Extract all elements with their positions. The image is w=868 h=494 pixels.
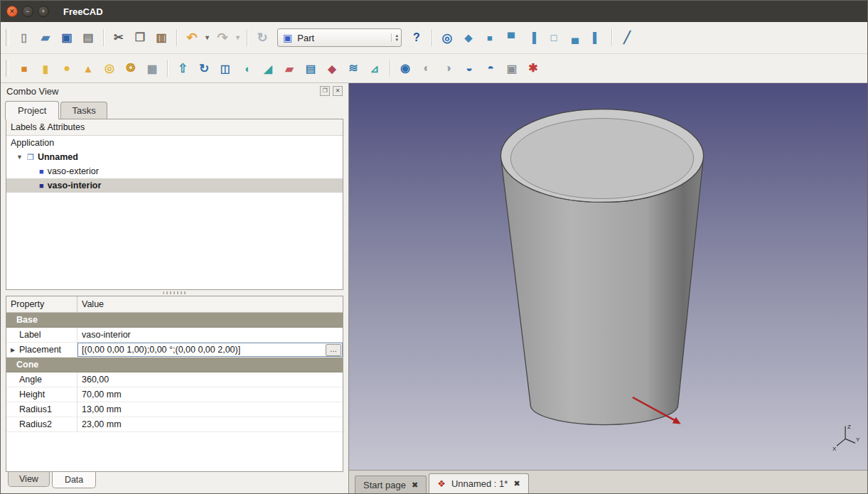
- front-view-button[interactable]: ■: [479, 27, 500, 48]
- property-row[interactable]: Radius1 13,00 mm: [6, 402, 343, 417]
- compound-button[interactable]: ▣: [501, 58, 523, 79]
- cross-sections-button[interactable]: ◓: [480, 58, 501, 79]
- top-view-icon: ▀: [508, 33, 515, 43]
- redo-icon: ↷: [217, 31, 227, 44]
- axis-x-label: X: [832, 446, 837, 452]
- tab-data[interactable]: Data: [52, 472, 96, 488]
- ruled-surface-button[interactable]: ▤: [300, 58, 321, 79]
- redo-dropdown-button[interactable]: ▾: [233, 27, 242, 48]
- measure-distance-button[interactable]: ╱: [616, 27, 638, 48]
- property-row[interactable]: Cone: [6, 358, 343, 372]
- ellipsis-button[interactable]: …: [326, 344, 341, 356]
- 3d-view-canvas[interactable]: Z Y X: [349, 83, 867, 470]
- revolve-button[interactable]: ↻: [193, 58, 215, 79]
- axonometric-view-button[interactable]: ◆: [458, 27, 479, 48]
- right-view-icon: ▐: [529, 33, 536, 43]
- boolean-union-button[interactable]: ◉: [395, 58, 416, 79]
- property-row[interactable]: Radius2 23,00 mm: [6, 417, 343, 432]
- freecad-document-icon: ❖: [437, 478, 446, 489]
- make-face-button[interactable]: ▰: [279, 58, 300, 79]
- defeaturing-button[interactable]: ✱: [523, 58, 544, 79]
- loft-button[interactable]: ◆: [321, 58, 343, 79]
- boolean-common-button[interactable]: ◐: [416, 58, 437, 79]
- workbench-spinner[interactable]: ▴ ▾: [391, 33, 398, 42]
- tab-start-page[interactable]: Start page ✖: [355, 476, 427, 493]
- tab-unnamed-document[interactable]: ❖ Unnamed : 1* ✖: [429, 473, 528, 493]
- property-row[interactable]: Angle 360,00: [6, 372, 343, 387]
- refresh-button[interactable]: ↻: [252, 27, 273, 48]
- workbench-selector[interactable]: ▣ Part ▴ ▾: [277, 28, 402, 47]
- top-view-button[interactable]: ▀: [500, 27, 522, 48]
- fillet-button[interactable]: ◖: [236, 58, 257, 79]
- toolbar-separator: [176, 29, 177, 46]
- window-minimize-button[interactable]: −: [22, 6, 33, 17]
- tree-item-vaso-interior[interactable]: ■ vaso-interior: [6, 178, 343, 193]
- whats-this-button[interactable]: ?: [406, 27, 427, 48]
- expander-icon[interactable]: ▶: [11, 347, 18, 353]
- tree-expander-icon[interactable]: ▼: [16, 154, 23, 161]
- property-row[interactable]: Label vaso-interior: [6, 328, 343, 343]
- redo-button[interactable]: ↷: [212, 27, 233, 48]
- mirror-button[interactable]: ◫: [215, 58, 236, 79]
- save-document-icon: ▣: [61, 32, 72, 43]
- refresh-icon: ↻: [257, 31, 267, 44]
- extrude-button[interactable]: ⇧: [172, 58, 193, 79]
- cylinder-icon: ▮: [43, 63, 48, 74]
- axonometric-view-icon: ◆: [465, 33, 473, 43]
- tree-item-unnamed[interactable]: ▼ ❐ Unnamed: [6, 150, 343, 164]
- toolbar-drag-handle[interactable]: [6, 29, 9, 46]
- open-document-button[interactable]: ▰: [35, 27, 56, 48]
- ruled-surface-icon: ▤: [306, 63, 316, 74]
- undo-dropdown-button[interactable]: ▾: [203, 27, 212, 48]
- combo-view-panel: Combo View ❐ ✕ Project Tasks Labels & At…: [1, 83, 349, 493]
- cone-button[interactable]: ▲: [77, 58, 99, 79]
- section-button[interactable]: ◒: [459, 58, 480, 79]
- right-view-button[interactable]: ▐: [522, 27, 543, 48]
- 3d-scene: Z Y X: [349, 83, 867, 470]
- tab-project[interactable]: Project: [5, 101, 59, 119]
- column-header-value: Value: [77, 299, 343, 309]
- create-primitives-button[interactable]: ❂: [120, 58, 141, 79]
- save-document-button[interactable]: ▣: [56, 27, 77, 48]
- boolean-cut-button[interactable]: ◑: [437, 58, 459, 79]
- tree-item-vaso-exterior[interactable]: ■ vaso-exterior: [6, 164, 343, 178]
- panel-splitter[interactable]: [1, 290, 348, 296]
- sphere-button[interactable]: ●: [56, 58, 77, 79]
- copy-button[interactable]: ❐: [129, 27, 151, 48]
- close-icon[interactable]: ✖: [513, 479, 520, 488]
- tree-root-application: Application: [6, 136, 343, 150]
- undo-button[interactable]: ↶: [181, 27, 203, 48]
- undo-dropdown-icon: ▾: [205, 34, 209, 41]
- paste-button[interactable]: ▥: [151, 27, 172, 48]
- cylinder-button[interactable]: ▮: [35, 58, 56, 79]
- rear-view-button[interactable]: □: [543, 27, 564, 48]
- new-document-button[interactable]: ▯: [14, 27, 35, 48]
- panel-close-button[interactable]: ✕: [333, 86, 343, 96]
- property-row[interactable]: Height 70,00 mm: [6, 387, 343, 402]
- box-button[interactable]: ■: [14, 58, 35, 79]
- print-button[interactable]: ▤: [77, 27, 99, 48]
- offset-button[interactable]: ⊿: [364, 58, 385, 79]
- cut-button[interactable]: ✂: [108, 27, 129, 48]
- tab-view[interactable]: View: [8, 472, 50, 487]
- window-close-button[interactable]: ✕: [6, 6, 18, 17]
- panel-float-button[interactable]: ❐: [320, 86, 330, 96]
- shape-builder-button[interactable]: ▦: [141, 58, 163, 79]
- property-editor: Property Value Base: [6, 296, 343, 472]
- section-icon: ◒: [466, 63, 473, 74]
- left-view-button[interactable]: ▌: [586, 27, 607, 48]
- window-maximize-button[interactable]: +: [38, 6, 49, 17]
- chamfer-button[interactable]: ◢: [257, 58, 279, 79]
- property-row[interactable]: ▶ Placement [(0,00 0,00 1,00);0,00 °;(0,…: [6, 343, 343, 358]
- property-row[interactable]: Base: [6, 313, 343, 328]
- close-icon[interactable]: ✖: [412, 480, 418, 490]
- bottom-view-button[interactable]: ▄: [564, 27, 586, 48]
- sweep-button[interactable]: ≋: [343, 58, 364, 79]
- torus-button[interactable]: ◎: [99, 58, 120, 79]
- toolbar-separator: [432, 29, 432, 46]
- boolean-cut-icon: ◑: [444, 63, 451, 74]
- toolbar-drag-handle[interactable]: [6, 60, 9, 77]
- fit-all-button[interactable]: ◎: [436, 27, 458, 48]
- tab-tasks[interactable]: Tasks: [60, 102, 107, 119]
- chamfer-icon: ◢: [264, 63, 272, 74]
